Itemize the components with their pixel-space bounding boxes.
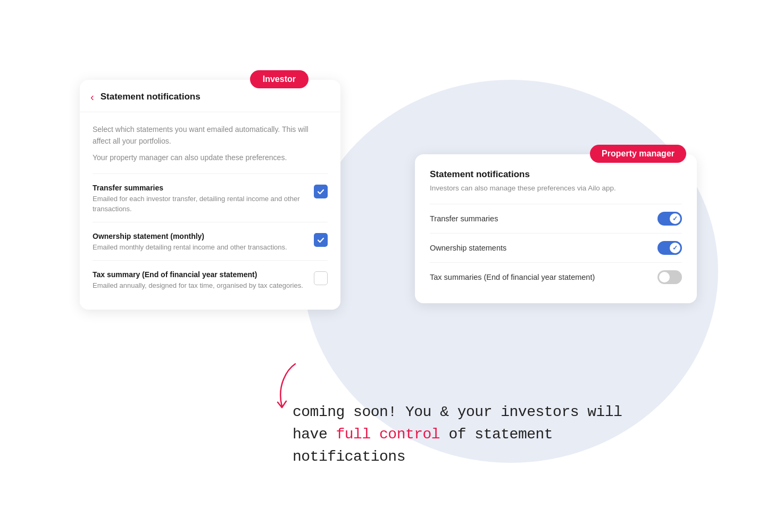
- coming-soon-line3: notifications: [293, 446, 622, 468]
- item-title-tax: Tax summary (End of financial year state…: [93, 270, 303, 279]
- pm-badge: Property manager: [590, 145, 686, 163]
- coming-soon-line2-plain2: of statement: [440, 426, 553, 443]
- coming-soon-line2-plain1: have: [293, 426, 336, 443]
- back-button[interactable]: ‹: [90, 92, 94, 102]
- investor-badge: Investor: [250, 70, 309, 88]
- coming-soon-area: coming soon! You & your investors will h…: [293, 401, 622, 468]
- item-title-ownership: Ownership statement (monthly): [93, 232, 287, 240]
- coming-soon-line1: coming soon! You & your investors will: [293, 401, 622, 423]
- investor-card-body: Select which statements you want emailed…: [80, 112, 340, 310]
- pm-card: Property manager Statement notifications…: [415, 154, 697, 303]
- scene: Investor ‹ Statement notifications Selec…: [64, 48, 702, 484]
- toggle-ownership[interactable]: ✓: [657, 241, 682, 255]
- coming-soon-line2-highlight: full control: [336, 426, 440, 443]
- item-desc-ownership: Emailed monthly detailing rental income …: [93, 243, 287, 253]
- coming-soon-line2: have full control of statement: [293, 423, 622, 446]
- pm-card-description: Investors can also manage these preferen…: [430, 184, 682, 192]
- arrow-icon: [266, 359, 309, 412]
- investor-item-ownership: Ownership statement (monthly) Emailed mo…: [93, 222, 328, 260]
- coming-soon-text: coming soon! You & your investors will h…: [293, 401, 622, 468]
- pm-item-transfer: Transfer summaries ✓: [430, 204, 682, 233]
- toggle-transfer[interactable]: ✓: [657, 212, 682, 226]
- item-desc-tax: Emailed annually, designed for tax time,…: [93, 281, 303, 291]
- checkbox-ownership[interactable]: [314, 233, 328, 247]
- investor-card-description: Select which statements you want emailed…: [93, 124, 328, 164]
- item-title-transfer: Transfer summaries: [93, 184, 307, 192]
- pm-item-label-tax: Tax summaries (End of financial year sta…: [430, 273, 595, 281]
- pm-item-label-transfer: Transfer summaries: [430, 214, 498, 223]
- investor-item-transfer-summaries: Transfer summaries Emailed for each inve…: [93, 173, 328, 222]
- checkbox-transfer[interactable]: [314, 185, 328, 198]
- pm-item-ownership: Ownership statements ✓: [430, 233, 682, 262]
- pm-item-tax: Tax summaries (End of financial year sta…: [430, 262, 682, 292]
- investor-card: Investor ‹ Statement notifications Selec…: [80, 80, 340, 310]
- item-desc-transfer: Emailed for each investor transfer, deta…: [93, 194, 307, 214]
- investor-card-title: Statement notifications: [101, 92, 201, 102]
- investor-item-tax: Tax summary (End of financial year state…: [93, 260, 328, 298]
- toggle-tax[interactable]: [657, 270, 682, 284]
- pm-item-label-ownership: Ownership statements: [430, 244, 506, 252]
- pm-card-title: Statement notifications: [430, 169, 682, 180]
- checkbox-tax[interactable]: [314, 271, 328, 285]
